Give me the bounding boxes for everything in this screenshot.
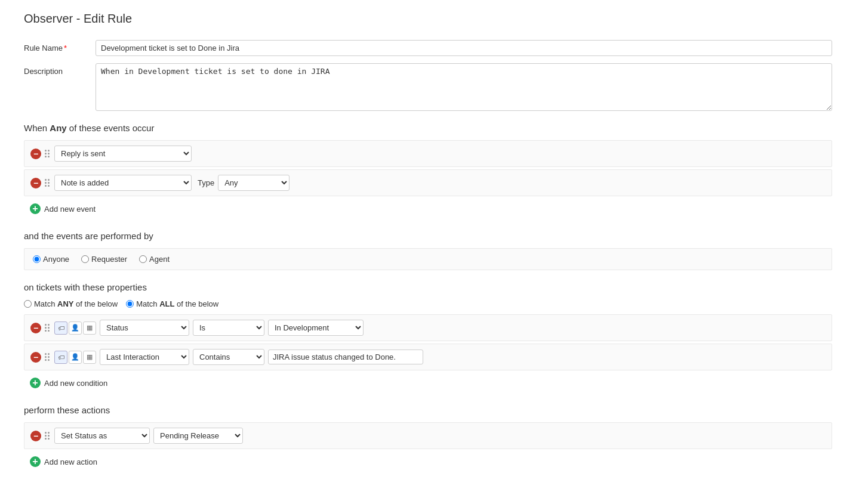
- condition-1-field-select[interactable]: Status Last Interaction Subject Priority: [100, 320, 189, 336]
- add-condition-icon: +: [30, 378, 41, 388]
- condition-2-value-input[interactable]: [268, 350, 423, 364]
- condition-2-field-select[interactable]: Status Last Interaction Subject: [100, 349, 189, 365]
- page-title: Observer - Edit Rule: [24, 12, 832, 26]
- add-condition-row[interactable]: + Add new condition: [24, 373, 832, 393]
- rule-name-label: Rule Name*: [24, 40, 96, 52]
- match-row: Match ANY of the below Match ALL of the …: [24, 299, 832, 308]
- remove-event-1-button[interactable]: −: [30, 149, 41, 159]
- action-row: − Set Status as Assign to Agent Add Tag …: [24, 422, 832, 449]
- agent-radio[interactable]: [139, 255, 147, 263]
- event-row: − Reply is sent Note is added Ticket is …: [24, 169, 832, 196]
- match-any-radio[interactable]: [24, 300, 32, 308]
- grid-icon-2[interactable]: ▦: [83, 351, 96, 364]
- event-2-select[interactable]: Reply is sent Note is added Ticket is cr…: [54, 175, 192, 191]
- action-1-param-select[interactable]: Pending Release Open In Development Reso…: [153, 428, 243, 444]
- action-1-type-select[interactable]: Set Status as Assign to Agent Add Tag: [54, 428, 150, 444]
- agent-radio-label[interactable]: Agent: [139, 255, 170, 264]
- add-event-row[interactable]: + Add new event: [24, 199, 832, 219]
- add-condition-label: Add new condition: [44, 379, 107, 388]
- add-event-icon: +: [30, 203, 41, 214]
- add-event-label: Add new event: [44, 205, 96, 214]
- requester-label: Requester: [91, 255, 127, 264]
- add-action-label: Add new action: [44, 457, 97, 466]
- anyone-label: Anyone: [43, 255, 69, 264]
- performer-row: Anyone Requester Agent: [24, 248, 832, 270]
- description-input[interactable]: When in Development ticket is set to don…: [96, 63, 832, 111]
- requester-radio[interactable]: [81, 255, 89, 263]
- drag-handle-action-1[interactable]: [45, 432, 50, 440]
- person-icon-2[interactable]: 👤: [69, 351, 82, 364]
- tag-icon[interactable]: 🏷: [54, 321, 67, 335]
- add-action-icon: +: [30, 456, 41, 467]
- remove-condition-1-button[interactable]: −: [30, 323, 41, 333]
- remove-action-1-button[interactable]: −: [30, 431, 41, 441]
- match-all-radio[interactable]: [126, 300, 134, 308]
- event-2-type-select[interactable]: Any Public Private: [218, 175, 290, 191]
- condition-1-value-select[interactable]: In Development Open Pending Resolved Clo…: [268, 320, 364, 336]
- anyone-radio-label[interactable]: Anyone: [33, 255, 69, 264]
- requester-radio-label[interactable]: Requester: [81, 255, 127, 264]
- event-row: − Reply is sent Note is added Ticket is …: [24, 140, 832, 167]
- remove-condition-2-button[interactable]: −: [30, 352, 41, 363]
- rule-name-input[interactable]: [96, 40, 832, 56]
- condition-1-operator-select[interactable]: Is Is not Contains: [193, 320, 264, 336]
- drag-handle-cond-2[interactable]: [45, 353, 50, 361]
- tag-icon-2[interactable]: 🏷: [54, 351, 67, 364]
- remove-event-2-button[interactable]: −: [30, 178, 41, 188]
- required-star: *: [64, 44, 67, 52]
- drag-handle-2[interactable]: [45, 179, 50, 187]
- agent-label: Agent: [149, 255, 170, 264]
- person-icon[interactable]: 👤: [69, 321, 82, 335]
- add-action-row[interactable]: + Add new action: [24, 452, 832, 472]
- performer-section-title: and the events are performed by: [24, 231, 832, 241]
- anyone-radio[interactable]: [33, 255, 41, 263]
- condition-2-operator-select[interactable]: Is Is not Contains Does not contain: [193, 349, 264, 365]
- condition-row: − 🏷 👤 ▦ Status Last Interaction Subject …: [24, 314, 832, 341]
- grid-icon[interactable]: ▦: [83, 321, 96, 335]
- drag-handle-1[interactable]: [45, 150, 50, 157]
- drag-handle-cond-1[interactable]: [45, 324, 50, 332]
- type-label: Type: [198, 178, 214, 187]
- description-label: Description: [24, 63, 96, 76]
- match-any-label[interactable]: Match ANY of the below: [24, 299, 118, 308]
- properties-section-title: on tickets with these properties: [24, 282, 832, 292]
- condition-row: − 🏷 👤 ▦ Status Last Interaction Subject …: [24, 344, 832, 370]
- match-all-label[interactable]: Match ALL of the below: [126, 299, 218, 308]
- event-1-select[interactable]: Reply is sent Note is added Ticket is cr…: [54, 146, 192, 162]
- actions-section-title: perform these actions: [24, 405, 832, 415]
- condition-icon-group-2: 🏷 👤 ▦: [54, 351, 96, 364]
- when-section-title: When Any of these events occur: [24, 123, 832, 133]
- condition-icon-group-1: 🏷 👤 ▦: [54, 321, 96, 335]
